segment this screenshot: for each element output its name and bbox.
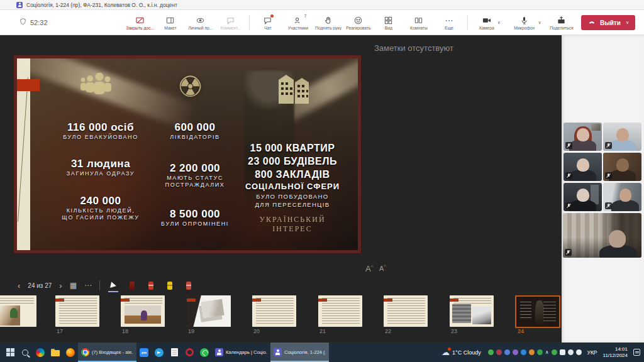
participant-video[interactable]	[564, 153, 602, 181]
document-app-button[interactable]	[167, 343, 182, 362]
tray-icon[interactable]	[576, 349, 582, 355]
participant-video[interactable]	[564, 123, 602, 151]
font-increase-button[interactable]: A^	[365, 264, 373, 273]
presenter-stage: Заметки отсутствуют ☢ 116 000 осібБУЛ	[0, 35, 562, 343]
layout-button[interactable]: Макет	[156, 11, 185, 35]
chat-button[interactable]: Чат	[253, 11, 282, 35]
raise-hand-button[interactable]: Поднять руку	[314, 11, 343, 35]
language-indicator[interactable]: УКР	[587, 349, 597, 356]
leave-options-chevron[interactable]: ∨	[626, 20, 629, 25]
font-decrease-button[interactable]: A^	[379, 264, 386, 273]
chat-notification-dot	[270, 14, 274, 18]
pointer-tool-button[interactable]	[108, 279, 119, 292]
stat-value: 23 000 будівель	[239, 155, 346, 168]
view-button[interactable]: Вид	[374, 11, 403, 35]
participant-video[interactable]	[603, 183, 641, 211]
participant-video[interactable]	[564, 183, 602, 211]
grid-icon	[384, 16, 393, 25]
meeting-toolbar: 52:32 Закрыть дос... Макет Личный пр... …	[0, 10, 644, 35]
screen: Соціологія, 1-224 (пр), ФА-231, Колевато…	[0, 0, 644, 362]
share-button[interactable]: Поделиться	[547, 11, 576, 35]
widgets-button[interactable]	[33, 343, 48, 362]
share-icon	[557, 16, 566, 25]
teams-meeting-taskbar-button[interactable]: Соціологія, 1-224 (...	[270, 343, 329, 362]
slide-thumbnail-16[interactable]	[0, 295, 36, 327]
pen-icon	[148, 282, 153, 290]
pen-tool-button[interactable]	[145, 279, 157, 292]
thumbnail-number-current: 24	[518, 328, 524, 334]
slide-thumbnail-17[interactable]	[55, 295, 99, 327]
slide-red-accent	[17, 79, 40, 91]
participant-video-large[interactable]	[563, 213, 641, 258]
taskbar-date: 11/12/2024	[603, 353, 628, 359]
tray-icon[interactable]	[513, 349, 518, 355]
highlighter-tool-button[interactable]	[164, 279, 175, 292]
react-button[interactable]: Реагировать	[344, 11, 373, 35]
slide-thumbnail-19[interactable]	[187, 295, 231, 327]
notification-center-button[interactable]	[633, 349, 640, 356]
participant-video[interactable]	[603, 123, 641, 151]
microphone-options-chevron[interactable]: ∨	[538, 20, 541, 25]
opera-button[interactable]	[182, 343, 197, 362]
camera-button[interactable]: Камера ∨	[472, 11, 508, 35]
start-button[interactable]	[3, 343, 18, 362]
stop-sharing-button[interactable]: Закрыть дос...	[126, 11, 155, 35]
slide-thumbnail-21[interactable]	[318, 295, 362, 327]
private-view-button[interactable]: Личный пр...	[186, 11, 215, 35]
participants-button[interactable]: 7 Участники	[284, 11, 313, 35]
telegram-button[interactable]	[152, 343, 167, 362]
slide-thumbnail-20[interactable]	[252, 295, 296, 327]
whatsapp-button[interactable]	[197, 343, 212, 362]
slide-thumbnail-18[interactable]	[121, 295, 165, 327]
rooms-button[interactable]: Комнаты	[404, 11, 433, 35]
rooms-icon	[414, 16, 423, 25]
teams-calendar-taskbar-button[interactable]: Календарь | Соціо...	[212, 343, 270, 362]
thumbnail-number: 23	[451, 328, 457, 334]
tray-icon[interactable]	[552, 349, 557, 355]
thumbnail-number: 21	[319, 328, 326, 334]
slide-thumbnail-23[interactable]	[450, 295, 494, 327]
previous-slide-button[interactable]: ‹	[18, 281, 20, 290]
tray-icon[interactable]	[521, 349, 526, 355]
firefox-button[interactable]	[63, 343, 78, 362]
stat-label: МАЮТЬ СТАТУС	[135, 175, 255, 182]
notes-status: Заметки отсутствуют	[374, 43, 453, 53]
tray-icon[interactable]	[560, 349, 565, 355]
stat-value: 800 закладів	[239, 168, 346, 181]
next-slide-button[interactable]: ›	[59, 281, 62, 290]
telegram-icon	[155, 348, 164, 357]
radiation-icon: ☢	[177, 70, 203, 104]
nav-more-button[interactable]: ⋯	[84, 281, 92, 290]
stop-share-icon	[135, 16, 145, 25]
eraser-tool-button[interactable]	[183, 279, 194, 292]
microphone-button[interactable]: Микрофон ∨	[509, 11, 546, 35]
window-title: Соціологія, 1-224 (пр), ФА-231, Колевато…	[26, 2, 177, 8]
more-button[interactable]: ⋯ Еще	[435, 11, 464, 35]
participant-video[interactable]	[603, 153, 641, 181]
slide-thumbnail-24-current[interactable]	[515, 295, 560, 328]
taskbar-clock[interactable]: 14:01 11/12/2024	[603, 346, 628, 358]
laser-tool-button[interactable]	[126, 279, 138, 292]
mic-muted-icon	[605, 142, 612, 149]
zoom-app-button[interactable]: zm	[136, 343, 152, 362]
stat-value: 15 000 квартир	[239, 141, 346, 155]
grid-view-button[interactable]: ▦	[70, 281, 77, 290]
tray-icon[interactable]	[537, 349, 543, 355]
tray-icon[interactable]	[568, 349, 574, 355]
tray-icon[interactable]	[504, 349, 510, 355]
camera-options-chevron[interactable]: ∨	[497, 20, 501, 25]
file-explorer-button[interactable]	[48, 343, 63, 362]
leave-button[interactable]: Выйти ∨	[581, 15, 635, 30]
search-button[interactable]	[18, 343, 33, 362]
tray-icon[interactable]	[496, 349, 502, 355]
weather-widget[interactable]: ☁ 1°C Cloudy	[441, 348, 481, 357]
meeting-timer-value: 52:32	[30, 19, 48, 26]
more-icon: ⋯	[445, 16, 453, 25]
tray-icon[interactable]	[488, 349, 494, 355]
slide-thumbnail-22[interactable]	[384, 295, 428, 327]
chrome-taskbar-button[interactable]: (7) Входящее - ale...	[78, 343, 136, 362]
mic-muted-icon	[565, 249, 572, 256]
tray-icon[interactable]	[529, 349, 535, 355]
stat-value: 8 500 000	[135, 208, 255, 221]
tray-show-hidden-icons[interactable]: ∧	[545, 349, 549, 355]
